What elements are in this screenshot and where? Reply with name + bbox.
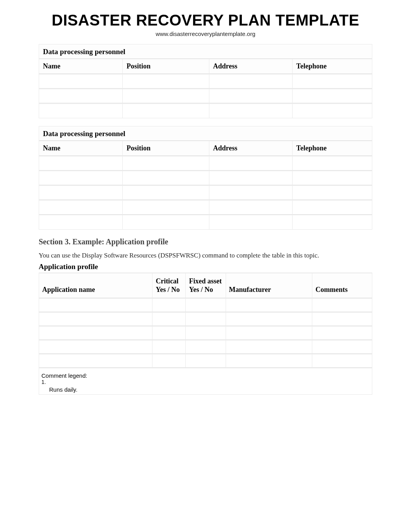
cell-comments[interactable] xyxy=(312,326,372,340)
cell-telephone[interactable] xyxy=(292,215,372,229)
table-row xyxy=(39,89,372,103)
table-row xyxy=(39,200,372,215)
cell-name[interactable] xyxy=(39,185,122,200)
cell-name[interactable] xyxy=(39,156,122,171)
cell-telephone[interactable] xyxy=(292,185,372,200)
cell-address[interactable] xyxy=(209,74,292,89)
cell-manufacturer[interactable] xyxy=(226,340,312,354)
cell-address[interactable] xyxy=(209,156,292,171)
legend-title: Comment legend: xyxy=(41,372,370,379)
cell-telephone[interactable] xyxy=(292,171,372,185)
col-telephone: Telephone xyxy=(292,59,372,74)
cell-manufacturer[interactable] xyxy=(226,298,312,312)
cell-fixed-asset[interactable] xyxy=(185,326,225,340)
cell-comments[interactable] xyxy=(312,298,372,312)
personnel-table-b: Data processing personnel Name Position … xyxy=(39,126,372,230)
cell-manufacturer[interactable] xyxy=(226,312,312,326)
application-profile-table: Application name Critical Yes / No Fixed… xyxy=(39,273,372,395)
cell-position[interactable] xyxy=(122,215,209,229)
cell-app-name[interactable] xyxy=(39,340,152,354)
cell-position[interactable] xyxy=(122,185,209,200)
cell-name[interactable] xyxy=(39,215,122,229)
cell-name[interactable] xyxy=(39,89,122,103)
legend-row: Comment legend: 1. Runs daily. xyxy=(39,368,372,394)
col-application-name: Application name xyxy=(39,273,152,298)
col-address: Address xyxy=(209,59,292,74)
cell-name[interactable] xyxy=(39,200,122,215)
col-comments: Comments xyxy=(312,273,372,298)
cell-telephone[interactable] xyxy=(292,200,372,215)
cell-manufacturer[interactable] xyxy=(226,326,312,340)
cell-critical[interactable] xyxy=(152,312,185,326)
cell-position[interactable] xyxy=(122,171,209,185)
cell-fixed-asset[interactable] xyxy=(185,298,225,312)
cell-address[interactable] xyxy=(209,185,292,200)
cell-app-name[interactable] xyxy=(39,326,152,340)
cell-address[interactable] xyxy=(209,89,292,103)
table-row xyxy=(39,103,372,118)
cell-address[interactable] xyxy=(209,200,292,215)
cell-fixed-asset[interactable] xyxy=(185,312,225,326)
col-manufacturer: Manufacturer xyxy=(226,273,312,298)
table-header-row: Name Position Address Telephone xyxy=(39,59,372,74)
cell-critical[interactable] xyxy=(152,326,185,340)
cell-telephone[interactable] xyxy=(292,74,372,89)
col-position: Position xyxy=(122,59,209,74)
table-row xyxy=(39,312,372,326)
table-row xyxy=(39,156,372,171)
legend-text: Runs daily. xyxy=(41,386,77,393)
legend-num: 1. xyxy=(41,379,53,385)
cell-telephone[interactable] xyxy=(292,156,372,171)
col-fixed-asset: Fixed asset Yes / No xyxy=(185,273,225,298)
table-row xyxy=(39,171,372,185)
table-title: Data processing personnel xyxy=(39,126,372,141)
page-title: DISASTER RECOVERY PLAN TEMPLATE xyxy=(39,12,372,29)
personnel-table-a: Data processing personnel Name Position … xyxy=(39,44,372,118)
cell-fixed-asset[interactable] xyxy=(185,340,225,354)
col-position: Position xyxy=(122,141,209,156)
col-name: Name xyxy=(39,141,122,156)
col-critical: Critical Yes / No xyxy=(152,273,185,298)
col-name: Name xyxy=(39,59,122,74)
table-title: Data processing personnel xyxy=(39,44,372,59)
table-row xyxy=(39,340,372,354)
table-row xyxy=(39,215,372,229)
cell-position[interactable] xyxy=(122,74,209,89)
cell-app-name[interactable] xyxy=(39,312,152,326)
section-heading: Section 3. Example: Application profile xyxy=(39,237,372,246)
cell-app-name[interactable] xyxy=(39,298,152,312)
section-text: You can use the Display Software Resourc… xyxy=(39,252,372,259)
cell-address[interactable] xyxy=(209,171,292,185)
table-row xyxy=(39,298,372,312)
cell-comments[interactable] xyxy=(312,354,372,368)
cell-address[interactable] xyxy=(209,215,292,229)
cell-name[interactable] xyxy=(39,171,122,185)
table-row xyxy=(39,74,372,89)
cell-fixed-asset[interactable] xyxy=(185,354,225,368)
col-telephone: Telephone xyxy=(292,141,372,156)
table-header-row: Application name Critical Yes / No Fixed… xyxy=(39,273,372,298)
col-address: Address xyxy=(209,141,292,156)
cell-position[interactable] xyxy=(122,103,209,118)
cell-telephone[interactable] xyxy=(292,103,372,118)
cell-manufacturer[interactable] xyxy=(226,354,312,368)
cell-position[interactable] xyxy=(122,200,209,215)
cell-name[interactable] xyxy=(39,103,122,118)
table-header-row: Name Position Address Telephone xyxy=(39,141,372,156)
cell-telephone[interactable] xyxy=(292,89,372,103)
cell-address[interactable] xyxy=(209,103,292,118)
table-row xyxy=(39,326,372,340)
cell-critical[interactable] xyxy=(152,354,185,368)
legend-item: 1. Runs daily. xyxy=(41,379,370,393)
cell-name[interactable] xyxy=(39,74,122,89)
cell-position[interactable] xyxy=(122,89,209,103)
cell-comments[interactable] xyxy=(312,340,372,354)
cell-position[interactable] xyxy=(122,156,209,171)
table-row xyxy=(39,185,372,200)
cell-critical[interactable] xyxy=(152,298,185,312)
cell-comments[interactable] xyxy=(312,312,372,326)
profile-table-title: Application profile xyxy=(39,263,372,271)
table-row xyxy=(39,354,372,368)
cell-app-name[interactable] xyxy=(39,354,152,368)
cell-critical[interactable] xyxy=(152,340,185,354)
